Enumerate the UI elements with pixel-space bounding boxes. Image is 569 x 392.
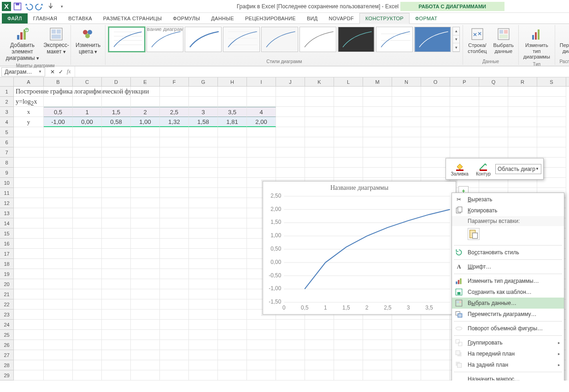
cell[interactable]	[44, 259, 73, 269]
cell[interactable]	[276, 137, 305, 147]
cell[interactable]	[421, 127, 450, 137]
cell[interactable]	[218, 370, 247, 380]
cell[interactable]	[73, 299, 102, 310]
chart-style-9[interactable]	[414, 27, 451, 52]
chart-plot-area[interactable]: -1,50-1,00-0,500,000,501,001,502,002,500…	[263, 193, 456, 312]
cell[interactable]	[44, 137, 73, 147]
cell[interactable]	[73, 218, 102, 228]
cell[interactable]	[44, 188, 73, 198]
cell[interactable]	[131, 370, 160, 380]
cell[interactable]	[14, 168, 44, 178]
cell[interactable]	[508, 117, 537, 127]
cell[interactable]	[334, 87, 363, 97]
save-icon[interactable]	[13, 2, 22, 11]
cell[interactable]	[334, 127, 363, 137]
mini-element-select[interactable]: Область диагр▼	[495, 164, 541, 174]
cell[interactable]	[392, 107, 421, 117]
cell[interactable]	[44, 168, 73, 178]
quick-layout-button[interactable]: Экспресс-макет ▾	[44, 26, 69, 56]
cell[interactable]	[247, 350, 276, 360]
row-header[interactable]: 20	[0, 279, 14, 289]
cell[interactable]	[247, 340, 276, 350]
cell[interactable]	[537, 137, 566, 147]
chart-style-3[interactable]	[185, 27, 222, 52]
cell[interactable]	[508, 137, 537, 147]
cell[interactable]	[334, 360, 363, 370]
cell[interactable]	[14, 249, 44, 259]
chart-style-7[interactable]	[338, 27, 375, 52]
cell[interactable]	[14, 188, 44, 198]
col-header[interactable]: O	[421, 77, 450, 86]
cell[interactable]	[363, 87, 392, 97]
cell[interactable]	[421, 370, 450, 380]
cell[interactable]	[421, 87, 450, 97]
embedded-chart[interactable]: Название диаграммы -1,50-1,00-0,500,000,…	[263, 181, 456, 315]
cell[interactable]	[189, 259, 218, 269]
cell[interactable]	[479, 137, 508, 147]
cell[interactable]	[14, 310, 44, 320]
cell[interactable]	[160, 127, 189, 137]
cell[interactable]: 1,5	[102, 107, 131, 117]
cell[interactable]	[247, 360, 276, 370]
cell[interactable]	[276, 168, 305, 178]
cell[interactable]	[102, 269, 131, 279]
cell[interactable]	[218, 330, 247, 340]
cell[interactable]	[73, 158, 102, 168]
cell[interactable]	[305, 350, 334, 360]
cell[interactable]	[334, 330, 363, 340]
cell[interactable]	[44, 310, 73, 320]
cell[interactable]	[44, 147, 73, 158]
col-header[interactable]: H	[218, 77, 247, 86]
cell[interactable]	[44, 127, 73, 137]
cell[interactable]	[363, 320, 392, 330]
cell[interactable]	[73, 279, 102, 289]
col-header[interactable]: L	[334, 77, 363, 86]
cell[interactable]	[102, 330, 131, 340]
cell[interactable]	[160, 228, 189, 239]
cell[interactable]	[44, 198, 73, 208]
cell[interactable]	[392, 320, 421, 330]
paste-option-icon[interactable]	[468, 228, 480, 240]
cell[interactable]	[363, 158, 392, 168]
row-header[interactable]: 19	[0, 269, 14, 279]
cell[interactable]	[421, 350, 450, 360]
cell[interactable]	[305, 87, 334, 97]
cm-move-chart[interactable]: Переместить диаграмму…	[452, 309, 564, 320]
cell[interactable]	[102, 137, 131, 147]
cell[interactable]	[334, 340, 363, 350]
cell[interactable]	[218, 310, 247, 320]
cell[interactable]	[131, 360, 160, 370]
cell[interactable]	[276, 158, 305, 168]
cell[interactable]	[218, 208, 247, 218]
cell[interactable]	[14, 289, 44, 299]
cell[interactable]	[305, 320, 334, 330]
cell[interactable]	[334, 117, 363, 127]
tab-formulas[interactable]: ФОРМУЛЫ	[167, 13, 205, 23]
cell[interactable]	[537, 147, 566, 158]
cell[interactable]	[421, 330, 450, 340]
cell[interactable]	[276, 97, 305, 107]
col-header[interactable]: D	[102, 77, 131, 86]
cell[interactable]	[276, 117, 305, 127]
cell[interactable]	[334, 137, 363, 147]
cell[interactable]	[102, 370, 131, 380]
move-chart-button[interactable]: Переместить диаграмму	[557, 26, 569, 55]
name-box[interactable]: Диаграм…▼	[1, 67, 45, 76]
cell[interactable]	[421, 340, 450, 350]
cell[interactable]: 4	[247, 107, 276, 117]
cell[interactable]	[189, 188, 218, 198]
tab-chart-design[interactable]: КОНСТРУКТОР	[359, 13, 410, 24]
worksheet[interactable]: ABCDEFGHIJKLMNOPQRS 1Построение графика …	[0, 77, 569, 380]
cell[interactable]	[131, 239, 160, 249]
cell[interactable]	[131, 137, 160, 147]
cell[interactable]: 3	[189, 107, 218, 117]
cell[interactable]	[14, 218, 44, 228]
row-header[interactable]: 9	[0, 168, 14, 178]
cell[interactable]	[189, 158, 218, 168]
cell[interactable]	[508, 127, 537, 137]
cell[interactable]	[73, 97, 102, 107]
cell[interactable]	[131, 310, 160, 320]
cell[interactable]	[450, 137, 479, 147]
cell[interactable]	[44, 279, 73, 289]
cell[interactable]	[305, 370, 334, 380]
